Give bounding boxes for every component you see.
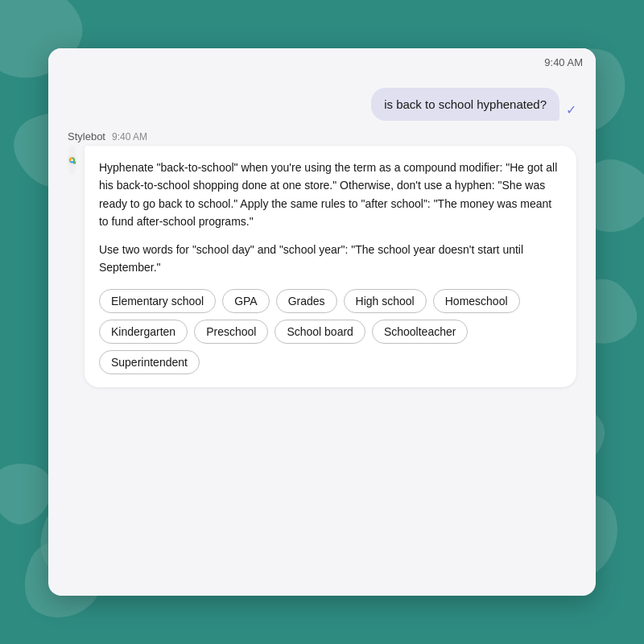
bot-paragraph-1: Hyphenate "back-to-school" when you're u…: [99, 159, 562, 231]
tag-button[interactable]: Superintendent: [99, 350, 200, 374]
tag-button[interactable]: Kindergarten: [99, 320, 188, 344]
chat-body: is back to school hyphenated? ✓ Stylebot…: [48, 72, 596, 596]
user-message-text: is back to school hyphenated?: [384, 97, 547, 111]
tags-container: Elementary schoolGPAGradesHigh schoolHom…: [99, 289, 562, 374]
avatar-icon: ✓: [68, 146, 76, 175]
check-icon: ✓: [566, 102, 576, 118]
user-message-row: is back to school hyphenated? ✓: [68, 88, 576, 121]
tag-button[interactable]: Elementary school: [99, 289, 216, 313]
bot-paragraph-2: Use two words for "school day" and "scho…: [99, 241, 562, 277]
svg-point-1: [71, 159, 73, 161]
bot-row: ✓ Hyphenate "back-to-school" when you're…: [68, 146, 576, 387]
tag-button[interactable]: Grades: [276, 289, 337, 313]
tag-button[interactable]: Preschool: [194, 320, 268, 344]
bot-bubble: Hyphenate "back-to-school" when you're u…: [85, 146, 576, 387]
bot-message-section: Stylebot 9:40 AM ✓: [68, 130, 576, 387]
tag-button[interactable]: School board: [275, 320, 365, 344]
tag-button[interactable]: Schoolteacher: [372, 320, 469, 344]
tag-button[interactable]: GPA: [222, 289, 270, 313]
svg-text:✓: ✓: [74, 162, 76, 164]
bot-avatar: ✓: [68, 146, 76, 175]
chat-window: 9:40 AM is back to school hyphenated? ✓ …: [48, 48, 596, 596]
user-bubble: is back to school hyphenated?: [371, 88, 559, 121]
bot-message-time: 9:40 AM: [112, 131, 147, 142]
status-time: 9:40 AM: [544, 56, 583, 68]
tag-button[interactable]: High school: [344, 289, 427, 313]
bot-header: Stylebot 9:40 AM: [68, 130, 576, 142]
tag-button[interactable]: Homeschool: [433, 289, 520, 313]
status-bar: 9:40 AM: [48, 48, 596, 72]
bot-name: Stylebot: [68, 130, 105, 142]
